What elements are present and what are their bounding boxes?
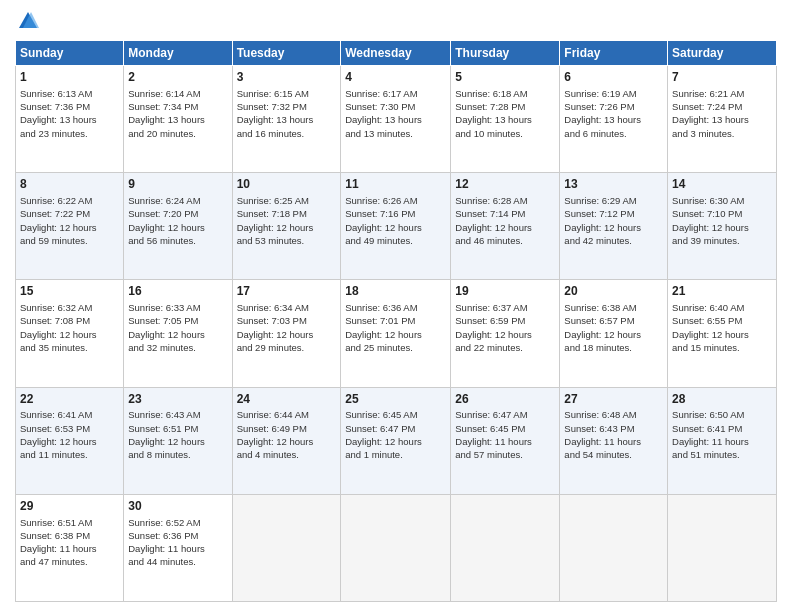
calendar-cell: 14Sunrise: 6:30 AMSunset: 7:10 PMDayligh… bbox=[668, 173, 777, 280]
calendar-cell bbox=[560, 494, 668, 601]
calendar-week-5: 29Sunrise: 6:51 AMSunset: 6:38 PMDayligh… bbox=[16, 494, 777, 601]
day-number: 24 bbox=[237, 391, 337, 408]
calendar-cell: 5Sunrise: 6:18 AMSunset: 7:28 PMDaylight… bbox=[451, 66, 560, 173]
day-number: 28 bbox=[672, 391, 772, 408]
calendar-week-3: 15Sunrise: 6:32 AMSunset: 7:08 PMDayligh… bbox=[16, 280, 777, 387]
day-number: 12 bbox=[455, 176, 555, 193]
calendar-cell: 29Sunrise: 6:51 AMSunset: 6:38 PMDayligh… bbox=[16, 494, 124, 601]
calendar-week-4: 22Sunrise: 6:41 AMSunset: 6:53 PMDayligh… bbox=[16, 387, 777, 494]
day-number: 2 bbox=[128, 69, 227, 86]
page: SundayMondayTuesdayWednesdayThursdayFrid… bbox=[0, 0, 792, 612]
day-number: 13 bbox=[564, 176, 663, 193]
calendar-cell: 13Sunrise: 6:29 AMSunset: 7:12 PMDayligh… bbox=[560, 173, 668, 280]
calendar-cell: 30Sunrise: 6:52 AMSunset: 6:36 PMDayligh… bbox=[124, 494, 232, 601]
day-number: 29 bbox=[20, 498, 119, 515]
calendar-cell: 18Sunrise: 6:36 AMSunset: 7:01 PMDayligh… bbox=[341, 280, 451, 387]
day-number: 14 bbox=[672, 176, 772, 193]
logo-icon bbox=[17, 10, 39, 32]
calendar-cell bbox=[668, 494, 777, 601]
calendar-body: 1Sunrise: 6:13 AMSunset: 7:36 PMDaylight… bbox=[16, 66, 777, 602]
calendar-header-friday: Friday bbox=[560, 41, 668, 66]
calendar-cell bbox=[232, 494, 341, 601]
day-number: 18 bbox=[345, 283, 446, 300]
day-number: 8 bbox=[20, 176, 119, 193]
calendar-cell: 2Sunrise: 6:14 AMSunset: 7:34 PMDaylight… bbox=[124, 66, 232, 173]
calendar-cell: 21Sunrise: 6:40 AMSunset: 6:55 PMDayligh… bbox=[668, 280, 777, 387]
day-number: 11 bbox=[345, 176, 446, 193]
day-number: 4 bbox=[345, 69, 446, 86]
day-number: 21 bbox=[672, 283, 772, 300]
day-number: 16 bbox=[128, 283, 227, 300]
calendar-cell: 23Sunrise: 6:43 AMSunset: 6:51 PMDayligh… bbox=[124, 387, 232, 494]
calendar-cell: 7Sunrise: 6:21 AMSunset: 7:24 PMDaylight… bbox=[668, 66, 777, 173]
calendar-cell: 27Sunrise: 6:48 AMSunset: 6:43 PMDayligh… bbox=[560, 387, 668, 494]
header bbox=[15, 10, 777, 32]
calendar-header-wednesday: Wednesday bbox=[341, 41, 451, 66]
calendar-header-monday: Monday bbox=[124, 41, 232, 66]
day-number: 10 bbox=[237, 176, 337, 193]
day-number: 7 bbox=[672, 69, 772, 86]
day-number: 20 bbox=[564, 283, 663, 300]
calendar-header-sunday: Sunday bbox=[16, 41, 124, 66]
day-number: 5 bbox=[455, 69, 555, 86]
calendar-header-tuesday: Tuesday bbox=[232, 41, 341, 66]
calendar-cell: 1Sunrise: 6:13 AMSunset: 7:36 PMDaylight… bbox=[16, 66, 124, 173]
calendar-cell: 22Sunrise: 6:41 AMSunset: 6:53 PMDayligh… bbox=[16, 387, 124, 494]
calendar-cell: 26Sunrise: 6:47 AMSunset: 6:45 PMDayligh… bbox=[451, 387, 560, 494]
calendar-cell: 19Sunrise: 6:37 AMSunset: 6:59 PMDayligh… bbox=[451, 280, 560, 387]
calendar-cell: 16Sunrise: 6:33 AMSunset: 7:05 PMDayligh… bbox=[124, 280, 232, 387]
day-number: 6 bbox=[564, 69, 663, 86]
calendar-week-2: 8Sunrise: 6:22 AMSunset: 7:22 PMDaylight… bbox=[16, 173, 777, 280]
day-number: 15 bbox=[20, 283, 119, 300]
day-number: 27 bbox=[564, 391, 663, 408]
day-number: 26 bbox=[455, 391, 555, 408]
calendar-cell: 4Sunrise: 6:17 AMSunset: 7:30 PMDaylight… bbox=[341, 66, 451, 173]
calendar-week-1: 1Sunrise: 6:13 AMSunset: 7:36 PMDaylight… bbox=[16, 66, 777, 173]
calendar-header-saturday: Saturday bbox=[668, 41, 777, 66]
calendar-cell: 25Sunrise: 6:45 AMSunset: 6:47 PMDayligh… bbox=[341, 387, 451, 494]
calendar-cell: 3Sunrise: 6:15 AMSunset: 7:32 PMDaylight… bbox=[232, 66, 341, 173]
calendar-header-row: SundayMondayTuesdayWednesdayThursdayFrid… bbox=[16, 41, 777, 66]
calendar-cell: 17Sunrise: 6:34 AMSunset: 7:03 PMDayligh… bbox=[232, 280, 341, 387]
calendar-header-thursday: Thursday bbox=[451, 41, 560, 66]
calendar-cell bbox=[451, 494, 560, 601]
calendar-cell: 12Sunrise: 6:28 AMSunset: 7:14 PMDayligh… bbox=[451, 173, 560, 280]
logo bbox=[15, 10, 39, 32]
calendar-cell bbox=[341, 494, 451, 601]
day-number: 17 bbox=[237, 283, 337, 300]
calendar-cell: 6Sunrise: 6:19 AMSunset: 7:26 PMDaylight… bbox=[560, 66, 668, 173]
calendar-cell: 8Sunrise: 6:22 AMSunset: 7:22 PMDaylight… bbox=[16, 173, 124, 280]
calendar-cell: 20Sunrise: 6:38 AMSunset: 6:57 PMDayligh… bbox=[560, 280, 668, 387]
day-number: 1 bbox=[20, 69, 119, 86]
day-number: 25 bbox=[345, 391, 446, 408]
calendar-cell: 15Sunrise: 6:32 AMSunset: 7:08 PMDayligh… bbox=[16, 280, 124, 387]
day-number: 23 bbox=[128, 391, 227, 408]
calendar-table: SundayMondayTuesdayWednesdayThursdayFrid… bbox=[15, 40, 777, 602]
calendar-cell: 10Sunrise: 6:25 AMSunset: 7:18 PMDayligh… bbox=[232, 173, 341, 280]
day-number: 22 bbox=[20, 391, 119, 408]
calendar-cell: 9Sunrise: 6:24 AMSunset: 7:20 PMDaylight… bbox=[124, 173, 232, 280]
calendar-cell: 11Sunrise: 6:26 AMSunset: 7:16 PMDayligh… bbox=[341, 173, 451, 280]
day-number: 3 bbox=[237, 69, 337, 86]
calendar-cell: 28Sunrise: 6:50 AMSunset: 6:41 PMDayligh… bbox=[668, 387, 777, 494]
calendar-cell: 24Sunrise: 6:44 AMSunset: 6:49 PMDayligh… bbox=[232, 387, 341, 494]
day-number: 30 bbox=[128, 498, 227, 515]
day-number: 9 bbox=[128, 176, 227, 193]
day-number: 19 bbox=[455, 283, 555, 300]
